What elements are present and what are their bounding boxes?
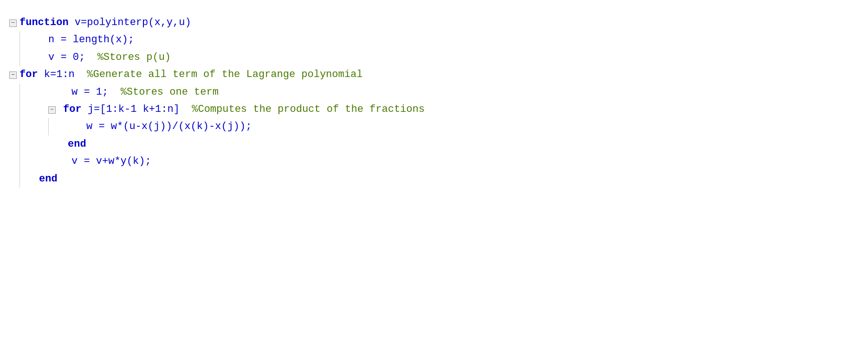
code-line-5: w = 1; %Stores one term xyxy=(9,84,425,101)
code-comment: %Stores one term xyxy=(121,84,219,101)
fold-button-6[interactable]: − xyxy=(48,106,56,114)
code-line-8: end xyxy=(9,136,425,153)
code-keyword: for xyxy=(63,101,82,118)
code-comment: %Computes the product of the fractions xyxy=(192,101,425,118)
code-keyword: function xyxy=(19,14,69,31)
code-text: n = length(x); xyxy=(48,31,134,48)
gutter-line xyxy=(19,101,25,118)
code-line-3: v = 0; %Stores p(u) xyxy=(9,49,425,66)
code-editor: − function v=polyinterp(x,y,u) n = lengt… xyxy=(0,9,434,192)
code-line-6: − for j=[1:k-1 k+1:n] %Computes the prod… xyxy=(9,101,425,118)
code-text: w = 1; xyxy=(71,84,121,101)
code-line-7: w = w*(u-x(j))/(x(k)-x(j)); xyxy=(9,118,425,135)
code-line-2: n = length(x); xyxy=(9,31,425,48)
fold-button-4[interactable]: − xyxy=(9,71,17,79)
code-text: k=1:n xyxy=(38,66,87,83)
gutter-line xyxy=(19,153,25,170)
gutter-line xyxy=(19,49,25,66)
code-comment: %Stores p(u) xyxy=(97,49,171,66)
code-keyword: end xyxy=(68,136,86,153)
code-line-10: end xyxy=(9,170,425,187)
code-text: v=polyinterp(x,y,u) xyxy=(69,14,191,31)
code-line-1: − function v=polyinterp(x,y,u) xyxy=(9,14,425,31)
gutter-line xyxy=(19,118,25,135)
gutter-line xyxy=(19,136,25,153)
code-line-9: v = v+w*y(k); xyxy=(9,153,425,170)
code-text: w = w*(u-x(j))/(x(k)-x(j)); xyxy=(86,118,252,135)
gutter-line-inner xyxy=(48,118,54,135)
code-keyword: for xyxy=(19,66,38,83)
code-keyword: end xyxy=(39,170,58,187)
code-text: v = v+w*y(k); xyxy=(71,153,151,170)
code-text: j=[1:k-1 k+1:n] xyxy=(82,101,192,118)
gutter-line xyxy=(19,31,25,48)
code-comment: %Generate all term of the Lagrange polyn… xyxy=(87,66,363,83)
gutter-line xyxy=(19,84,25,101)
fold-button-1[interactable]: − xyxy=(9,19,17,27)
code-text: v = 0; xyxy=(48,49,97,66)
code-line-4: − for k=1:n %Generate all term of the La… xyxy=(9,66,425,83)
gutter-line xyxy=(19,170,25,187)
